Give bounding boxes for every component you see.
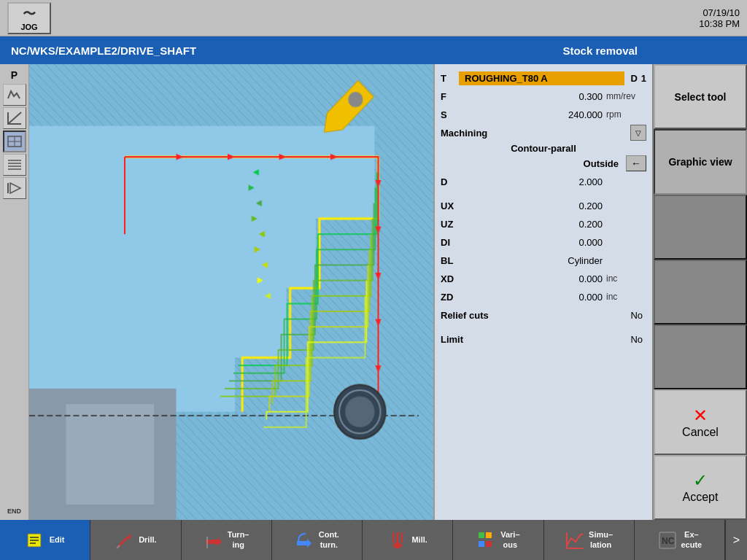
tool-name: ROUGHING_T80 A [459,71,624,85]
sidebar-icon-1[interactable] [3,84,26,106]
edit-button[interactable]: Edit [0,520,90,560]
mill-button[interactable]: Mill. [363,520,453,560]
t-label: T [441,73,459,84]
params-area: T ROUGHING_T80 A D 1 F 0.300 mm/rev S 24… [435,64,652,520]
bl-value: Cylinder [499,255,606,266]
cont-turn-icon [295,530,315,551]
sidebar-icon-4[interactable] [3,154,26,176]
sidebar-icon-2[interactable] [3,107,26,129]
di-value: 0.000 [499,237,606,248]
various-icon [476,530,497,551]
simulation-label: Simu–lation [589,530,613,549]
ux-label: UX [441,201,499,211]
date: 07/19/10 [699,7,740,18]
title-mode: Stock removal [548,44,652,57]
uz-value: 0.200 [499,219,606,230]
outside-val: Outside [584,158,619,169]
d-val: 1 [641,73,646,84]
execute-button[interactable]: NC Ex–ecute [635,520,725,560]
execute-icon: NC [657,530,678,551]
zd-label: ZD [441,292,499,303]
svg-line-14 [118,537,128,547]
mill-label: Mill. [411,535,427,545]
more-button[interactable]: > [725,520,747,560]
turning-button[interactable]: Turn–ing [182,520,272,560]
svg-point-23 [393,542,402,548]
svg-rect-20 [297,541,307,545]
edit-icon [26,530,46,551]
simulation-button[interactable]: Simu–lation [544,520,635,560]
cont-turn-button[interactable]: Cont.turn. [272,520,363,560]
machining-dropdown[interactable]: ▽ [630,125,646,141]
graphic-view-button[interactable]: Graphic view [654,129,747,194]
uz-row: UZ 0.200 [441,216,646,232]
relief-label: Relief cuts [441,310,528,321]
d2-row: D 2.000 [441,174,646,190]
s-row: S 240.000 rpm [441,106,646,122]
di-row: DI 0.000 [441,234,646,250]
svg-marker-18 [217,537,222,546]
top-bar: 〜 JOG 07/19/10 10:38 PM [0,0,747,36]
f-label: F [441,91,499,102]
zd-unit: inc [606,292,646,302]
jog-button[interactable]: 〜 JOG [7,2,51,34]
svg-line-0 [8,112,21,124]
cancel-x-icon: ✕ [693,405,708,426]
section-divider-1 [441,192,646,198]
svg-line-16 [117,545,120,548]
zd-value: 0.000 [499,292,606,303]
contour-row: Contour-parall [441,143,646,154]
graphic-area [29,64,433,520]
various-button[interactable]: Vari–ous [453,520,543,560]
zd-row: ZD 0.000 inc [441,289,646,305]
relief-row: Relief cuts No [441,307,646,323]
xd-row: XD 0.000 inc [441,271,646,287]
outside-arrow[interactable]: ← [626,155,646,171]
drill-label: Drill. [139,535,156,545]
turning-icon [204,530,224,551]
f-row: F 0.300 mm/rev [441,88,646,104]
bottom-bar: Edit Drill. Turn–ing [0,520,747,560]
drill-button[interactable]: Drill. [90,520,181,560]
end-label: END [7,508,21,515]
accept-button[interactable]: ✓ Accept [654,455,747,520]
left-sidebar: P EN [0,64,29,520]
title-bar: NC/WKS/EXAMPLE2/DRIVE_SHAFT Stock remova… [0,36,747,64]
contour-val: Contour-parall [511,143,576,154]
more-label: > [733,534,740,547]
ux-row: UX 0.200 [441,198,646,214]
machining-row: Machining ▽ [441,125,646,141]
cancel-button[interactable]: ✕ Cancel [654,389,747,454]
svg-marker-15 [128,534,131,540]
empty-button-1 [654,195,747,260]
empty-button-3 [654,324,747,389]
bl-row: BL Cylinder [441,252,646,268]
svg-rect-26 [479,532,484,538]
t-row: T ROUGHING_T80 A D 1 [441,70,646,86]
cancel-label: Cancel [682,426,719,439]
relief-value: No [528,310,646,321]
jog-label: JOG [20,23,37,31]
bl-label: BL [441,255,499,266]
accept-check-icon: ✓ [693,470,708,491]
d2-value: 2.000 [499,176,606,187]
s-label: S [441,109,499,120]
sidebar-icon-5[interactable] [3,177,26,199]
svg-marker-8 [10,183,20,193]
datetime: 07/19/10 10:38 PM [699,7,740,29]
main-area: P EN [0,64,747,520]
simulation-icon [565,530,585,551]
svg-text:NC: NC [662,536,675,546]
right-panel: T ROUGHING_T80 A D 1 F 0.300 mm/rev S 24… [433,64,652,520]
turning-label: Turn–ing [228,530,249,549]
select-tool-button[interactable]: Select tool [654,64,747,129]
s-unit: rpm [606,109,646,120]
sidebar-icon-3[interactable] [3,131,26,152]
limit-label: Limit [441,334,528,345]
edit-label: Edit [50,535,65,545]
svg-rect-28 [479,541,484,547]
uz-label: UZ [441,219,499,230]
drill-icon [115,530,135,551]
section-divider-2 [441,325,646,331]
xd-value: 0.000 [499,273,606,284]
